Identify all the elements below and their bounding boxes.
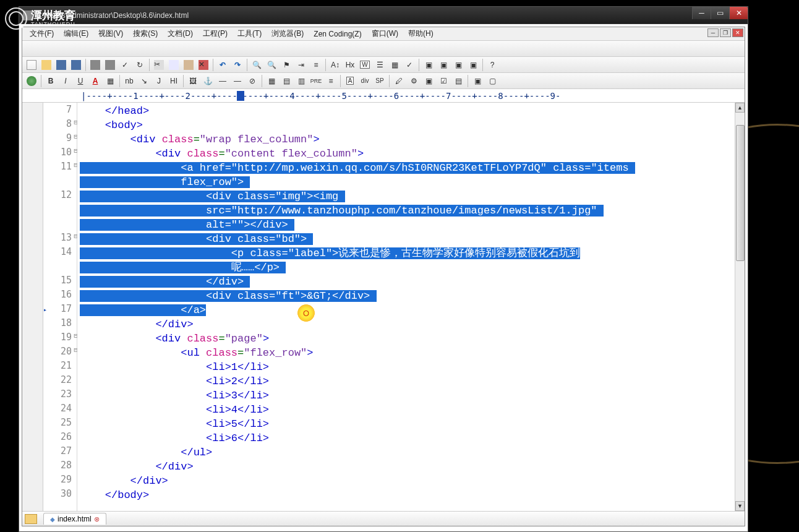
italic-button[interactable]: I [59, 74, 72, 88]
j-button[interactable]: J [152, 74, 166, 88]
menu-document[interactable]: 文档(D) [163, 27, 198, 40]
mdi-minimize-button[interactable]: ─ [707, 28, 719, 37]
folder-icon[interactable] [25, 514, 37, 524]
tool-stick-button[interactable]: 🖊 [392, 74, 406, 88]
link-button[interactable]: — [231, 74, 244, 88]
file-tab-index[interactable]: ◆ index.html ⊗ [43, 513, 106, 525]
code-line: alt=""></div> [77, 218, 735, 232]
minimize-button[interactable]: ─ [692, 7, 711, 19]
bookmark-button[interactable]: ⚑ [280, 58, 293, 72]
find-next-button[interactable]: 🔍 [265, 58, 278, 72]
title-bar[interactable]: C:\Users\Administrator\Desktop\8.6\index… [19, 7, 748, 24]
menu-browser[interactable]: 浏览器(B) [267, 27, 309, 40]
code-line: <p class="label">说来也是惨，古生物学家好像特别容易被假化石坑到 [77, 246, 735, 260]
wrap-button[interactable]: W [358, 58, 372, 72]
image-button[interactable]: 🖼 [186, 74, 200, 88]
refresh-button[interactable]: ↻ [133, 58, 147, 72]
table-button[interactable]: ▦ [265, 74, 278, 88]
panel3-button[interactable]: ▣ [451, 58, 465, 72]
undo-button[interactable]: ↶ [216, 58, 229, 72]
code-line: <div class="bd"> [77, 232, 735, 246]
line-number: 23 [43, 388, 77, 403]
scroll-up-button[interactable]: ▲ [735, 103, 745, 113]
tool-window-button[interactable]: ▣ [471, 74, 484, 88]
hi-button[interactable]: HI [167, 74, 181, 88]
pre-button[interactable]: PRE [309, 74, 323, 88]
row-button[interactable]: ▤ [280, 74, 293, 88]
tool-list-button[interactable]: ▤ [451, 74, 465, 88]
anchor-button[interactable]: ⚓ [201, 74, 215, 88]
goto-button[interactable]: ⇥ [294, 58, 308, 72]
redo-button[interactable]: ↷ [231, 58, 244, 72]
code-editor[interactable]: </head> <body> <div class="wrap flex_col… [77, 103, 735, 511]
list-button[interactable]: ☰ [373, 58, 387, 72]
copy-button[interactable] [167, 58, 181, 72]
save-all-button[interactable] [69, 58, 83, 72]
delete-button[interactable]: ✕ [197, 58, 210, 72]
span-button[interactable]: SP [373, 74, 387, 88]
line-number: 26 [43, 431, 77, 445]
menu-tools[interactable]: 工具(T) [233, 27, 267, 40]
color-picker-button[interactable]: ▦ [103, 74, 117, 88]
toolbar-separator [183, 75, 184, 87]
arrow1-button[interactable]: ↘ [137, 74, 151, 88]
line-number-gutter[interactable]: 7 8⊟ 9⊟ 10⊟ 11⊟ 12 13⊟ 14 15 16 17 18 19… [43, 103, 77, 511]
menu-help[interactable]: 帮助(H) [403, 27, 438, 40]
panel2-button[interactable]: ▣ [437, 58, 450, 72]
div-button[interactable]: div [358, 74, 372, 88]
tool-panel-button[interactable]: ▢ [485, 74, 499, 88]
open-file-button[interactable] [40, 58, 53, 72]
list2-button[interactable]: ≡ [324, 74, 338, 88]
underline-button[interactable]: U [74, 74, 87, 88]
scroll-track[interactable] [735, 113, 745, 501]
hr-button[interactable]: — [216, 74, 229, 88]
menu-search[interactable]: 搜索(S) [128, 27, 163, 40]
menu-view[interactable]: 视图(V) [93, 27, 128, 40]
menu-project[interactable]: 工程(P) [198, 27, 233, 40]
maximize-button[interactable]: ▭ [711, 7, 729, 19]
toolbar-separator [482, 59, 483, 71]
paste-button[interactable] [182, 58, 195, 72]
save-button[interactable] [54, 58, 68, 72]
mdi-close-button[interactable]: ✕ [732, 28, 743, 37]
bold-button[interactable]: B [44, 74, 58, 88]
menu-window[interactable]: 窗口(W) [367, 27, 403, 40]
menu-edit[interactable]: 编辑(E) [59, 27, 93, 40]
panel1-button[interactable]: ▣ [422, 58, 435, 72]
font-size-button[interactable]: A↕ [328, 58, 342, 72]
scroll-down-button[interactable]: ▼ [735, 501, 745, 511]
browser-preview-button[interactable] [25, 74, 38, 88]
comment-button[interactable]: ⊘ [246, 74, 259, 88]
font-color-button[interactable]: A [88, 74, 102, 88]
vertical-scrollbar[interactable]: ▲ ▼ [735, 103, 745, 511]
nb-button[interactable]: nb [122, 74, 136, 88]
menu-file[interactable]: 文件(F) [25, 27, 59, 40]
print-button[interactable] [88, 58, 102, 72]
preview-button[interactable] [103, 58, 117, 72]
hex-button[interactable]: Hx [343, 58, 357, 72]
menu-zencoding[interactable]: Zen Coding(Z) [309, 28, 366, 40]
tool-form-button[interactable]: ▣ [422, 74, 435, 88]
code-line: <li>3</li> [77, 388, 735, 403]
mdi-restore-button[interactable]: ❐ [720, 28, 731, 37]
indent-button[interactable]: ≡ [309, 58, 323, 72]
panel4-button[interactable]: ▣ [466, 58, 480, 72]
tool-gear-button[interactable]: ⚙ [407, 74, 421, 88]
scroll-thumb[interactable] [736, 125, 745, 261]
line-number: 29 [43, 474, 77, 488]
style-a-button[interactable]: A [343, 74, 357, 88]
tab-close-button[interactable]: ⊗ [94, 515, 100, 523]
ruler[interactable]: |----+----1----+----2----+----3----+----… [22, 89, 745, 103]
compare-button[interactable]: ▦ [388, 58, 401, 72]
help-button[interactable]: ? [485, 58, 499, 72]
code-line: </a> [77, 303, 735, 317]
tool-check-button[interactable]: ☑ [437, 74, 450, 88]
close-button[interactable]: ✕ [729, 7, 748, 19]
validate-button[interactable]: ✓ [403, 58, 416, 72]
col-button[interactable]: ▥ [294, 74, 308, 88]
cut-button[interactable]: ✂ [152, 58, 166, 72]
toolbar-separator [41, 75, 41, 87]
spellcheck-button[interactable]: ✓ [118, 58, 132, 72]
find-button[interactable]: 🔍 [250, 58, 263, 72]
new-file-button[interactable] [25, 58, 38, 72]
